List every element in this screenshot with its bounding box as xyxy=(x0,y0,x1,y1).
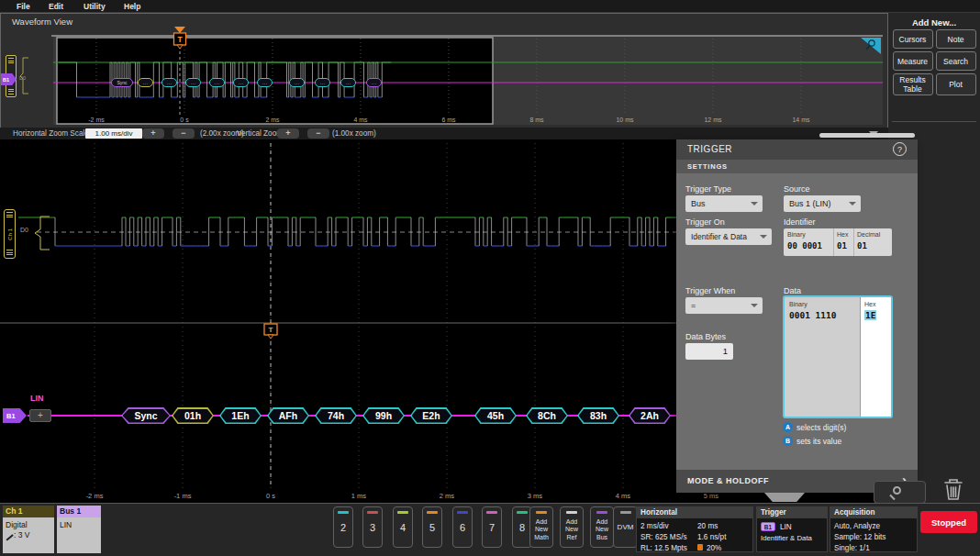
identifier-binary-value[interactable]: 00 0001 xyxy=(787,241,822,250)
decode-bubble-e2h: E2h xyxy=(410,407,452,424)
identifier-hex-value[interactable]: 01 xyxy=(837,241,847,250)
channel-4-button[interactable]: 4 xyxy=(393,506,413,548)
channel-1-badge[interactable]: Ch 1Digital: 3 V xyxy=(3,506,54,553)
menu-item-utility[interactable]: Utility xyxy=(84,2,106,11)
bus-1-bottom-badge[interactable]: Bus 1LIN xyxy=(57,506,101,553)
knob-b-icon: B xyxy=(783,436,793,446)
horizontal-info-box[interactable]: Horizontal2 ms/div20 msSR: 625 MS/s1.6 n… xyxy=(636,506,753,552)
color-chip xyxy=(596,511,607,514)
bus-name-label: LIN xyxy=(30,394,44,403)
svg-text:0 s: 0 s xyxy=(266,492,275,500)
menu-item-help[interactable]: Help xyxy=(124,2,140,11)
add-new-note-button[interactable]: Note xyxy=(936,29,976,49)
v-zoom-label: Vertical Zoom xyxy=(237,129,283,138)
svg-text:4 ms: 4 ms xyxy=(353,117,368,123)
svg-text:T: T xyxy=(177,35,183,44)
trigger-when-dropdown[interactable]: = xyxy=(685,297,763,314)
trigger-mode: Identifier & Data xyxy=(761,533,812,543)
v-zoom-minus-button[interactable]: − xyxy=(307,128,329,139)
magnifier-icon xyxy=(893,486,901,495)
horizontal-row-value: RL: 12.5 Mpts xyxy=(640,543,687,553)
overview-decode-bubble: … xyxy=(366,78,382,87)
add-new-search-button[interactable]: Search xyxy=(936,51,976,71)
channel-6-color-chip xyxy=(457,511,468,514)
data-hex-header: Hex xyxy=(864,301,875,307)
decode-bubble-sync: Sync xyxy=(121,407,171,424)
svg-text:12 ms: 12 ms xyxy=(704,117,722,123)
overview-decode-bubble: … xyxy=(161,78,177,87)
trigger-info-box[interactable]: TriggerB1LINIdentifier & Data xyxy=(756,506,828,552)
data-entry-box[interactable]: Binary 0001 1110 Hex 1E xyxy=(783,295,893,418)
v-zoom-factor: (1.00x zoom) xyxy=(332,129,376,138)
svg-text:3 ms: 3 ms xyxy=(528,492,543,500)
add-new-buttons: CursorsNoteMeasureSearchResults TablePlo… xyxy=(891,29,977,95)
overview-decode-bubble: … xyxy=(209,78,225,87)
help-icon[interactable]: ? xyxy=(893,142,907,156)
menu-item-file[interactable]: File xyxy=(17,2,30,11)
h-zoom-scale-value[interactable]: 1.00 ms/div xyxy=(85,128,142,139)
decode-bubble-74h: 74h xyxy=(315,407,357,424)
overview-decode-bubble: … xyxy=(289,78,305,87)
channel-6-button[interactable]: 6 xyxy=(452,506,473,548)
data-bytes-input[interactable]: 1 xyxy=(685,343,733,360)
decode-bubble-1eh: 1Eh xyxy=(219,407,262,424)
stopped-button[interactable]: Stopped xyxy=(920,511,977,533)
overview-decode-bubble: Sync xyxy=(111,78,133,87)
channel-7-color-chip xyxy=(486,511,497,514)
menu-item-edit[interactable]: Edit xyxy=(49,2,63,11)
decode-bubble-83h: 83h xyxy=(577,407,619,424)
svg-text:4 ms: 4 ms xyxy=(616,492,631,500)
add-new-plot-button[interactable]: Plot xyxy=(936,73,976,95)
identifier-decimal-value[interactable]: 01 xyxy=(857,241,867,250)
decode-bubble-45h: 45h xyxy=(474,407,517,424)
svg-text:10 ms: 10 ms xyxy=(616,117,634,123)
zoom-tool-button[interactable] xyxy=(874,481,926,504)
source-dropdown[interactable]: Bus 1 (LIN) xyxy=(784,195,861,212)
channel-3-button[interactable]: 3 xyxy=(362,506,383,548)
bottom-add-new-math-button[interactable]: Add New Math xyxy=(529,506,553,548)
trigger-panel-title: TRIGGER xyxy=(687,144,732,154)
channel-1-handle[interactable]: Ch 1 xyxy=(4,209,16,259)
svg-text:-1 ms: -1 ms xyxy=(174,492,192,500)
h-zoom-scale-label: Horizontal Zoom Scale xyxy=(13,129,89,138)
identifier-table[interactable]: Binary Hex Decimal 00 0001 01 01 xyxy=(784,228,892,256)
trigger-type-dropdown[interactable]: Bus xyxy=(685,195,763,212)
v-zoom-plus-button[interactable]: + xyxy=(277,128,299,139)
channel-5-button[interactable]: 5 xyxy=(422,506,442,548)
panel-drag-handle[interactable] xyxy=(819,133,915,138)
bus-add-button[interactable]: + xyxy=(29,409,51,422)
trigger-source: LIN xyxy=(780,522,792,532)
channel-2-button[interactable]: 2 xyxy=(333,506,353,548)
add-new-measure-button[interactable]: Measure xyxy=(893,51,933,71)
overview-decode-bubble: … xyxy=(185,78,201,87)
identifier-hex-header: Hex xyxy=(837,231,848,238)
acquisition-info-box[interactable]: AcquisitionAuto, AnalyzeSample: 12 bitsS… xyxy=(830,506,918,552)
data-bytes-label: Data Bytes xyxy=(685,332,726,341)
h-zoom-plus-button[interactable]: + xyxy=(142,128,164,139)
channel-5-color-chip xyxy=(427,511,438,514)
bottom-add-new-ref-button[interactable]: Add New Ref xyxy=(560,506,584,548)
data-label: Data xyxy=(784,286,801,295)
slope-icon xyxy=(6,532,13,541)
bottom-dvm-button[interactable]: DVM xyxy=(613,506,638,548)
overview-decode-bubble: … xyxy=(257,78,273,87)
trash-icon[interactable] xyxy=(940,476,967,502)
decode-bubble-2ah: 2Ah xyxy=(629,407,671,424)
overview-plot[interactable]: -2 ms0 s2 ms4 ms6 ms8 ms10 ms12 ms14 msT xyxy=(0,13,888,128)
svg-text:14 ms: 14 ms xyxy=(792,117,810,123)
add-new-cursors-button[interactable]: Cursors xyxy=(893,29,933,49)
channel-7-button[interactable]: 7 xyxy=(482,506,502,548)
horizontal-row-value: SR: 625 MS/s xyxy=(640,532,687,542)
trigger-on-dropdown[interactable]: Identifier & Data xyxy=(685,228,772,245)
bottom-add-new-bus-button[interactable]: Add New Bus xyxy=(590,506,614,548)
h-zoom-minus-button[interactable]: − xyxy=(173,128,195,139)
data-hex-value[interactable]: 1E xyxy=(864,310,876,320)
hint-a: A selects digit(s) xyxy=(783,422,846,432)
data-binary-value[interactable]: 0001 1110 xyxy=(789,310,836,320)
chevron-down-icon xyxy=(849,202,856,209)
channel-4-color-chip xyxy=(397,511,408,514)
add-new-results-table-button[interactable]: Results Table xyxy=(893,73,933,95)
svg-text:1 ms: 1 ms xyxy=(351,492,367,500)
channel-1-badge-body: Digital: 3 V xyxy=(3,517,54,553)
trigger-panel-header[interactable]: TRIGGER ? xyxy=(676,139,918,160)
